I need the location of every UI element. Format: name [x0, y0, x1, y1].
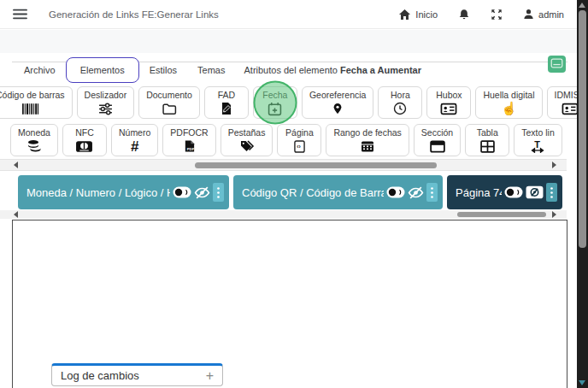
app-window: Generación de Links FE:Generar Links Ini…: [0, 0, 588, 388]
element-button-rango-de-fechas[interactable]: Rango de fechas: [326, 124, 409, 156]
element-button-moneda[interactable]: Moneda: [10, 124, 58, 156]
element-button-pdfocr[interactable]: PDFOCRPDF: [162, 124, 215, 156]
scroll-right-arrow-icon[interactable]: [552, 162, 556, 168]
hamburger-menu-icon[interactable]: [12, 8, 28, 21]
element-button-nfc[interactable]: NFC: [62, 124, 107, 156]
sliders-icon: [98, 102, 113, 116]
group-tab-label: Moneda / Numero / Lógico / Hora: [26, 186, 170, 199]
bell-icon: [458, 9, 470, 21]
element-button-pagina[interactable]: Página‹›: [277, 124, 321, 156]
green-card-icon: [550, 56, 563, 72]
notifications-button[interactable]: [458, 9, 470, 21]
element-button-label: Código de barras: [0, 90, 65, 101]
user-label: admin: [538, 9, 564, 20]
map-pin-icon: [332, 102, 344, 116]
element-button-numero[interactable]: Número#: [111, 124, 158, 156]
log-de-cambios-panel[interactable]: Log de cambios +: [51, 363, 223, 386]
element-button-fecha[interactable]: Fecha: [253, 86, 297, 119]
element-button-label: Hora: [391, 90, 410, 101]
kebab-menu-icon[interactable]: [213, 183, 224, 202]
hash-icon: #: [131, 139, 138, 154]
element-button-texto-lin[interactable]: Texto linT: [514, 124, 562, 156]
green-card-button[interactable]: [548, 56, 566, 73]
scroll-left-arrow-icon[interactable]: [14, 162, 18, 168]
element-button-georeferencia[interactable]: Georeferencia: [302, 86, 374, 119]
design-canvas[interactable]: Log de cambios +: [12, 220, 567, 388]
expand-plus-icon[interactable]: +: [206, 368, 214, 384]
barcode-icon: [21, 102, 39, 116]
home-label: Inicio: [415, 9, 438, 20]
home-icon: [398, 9, 411, 21]
user-menu[interactable]: admin: [523, 9, 564, 20]
group-tabs-scrollbar-thumb[interactable]: [457, 212, 546, 217]
element-button-label: FAD: [218, 90, 235, 101]
pdf-file-icon: PDF: [183, 139, 196, 154]
element-button-seccion[interactable]: Sección: [414, 124, 461, 156]
scroll-up-arrow-icon[interactable]: [579, 3, 585, 8]
tab-estilos[interactable]: Estilos: [139, 65, 187, 75]
element-button-label: Tabla: [477, 127, 498, 138]
eye-off-boxed-icon[interactable]: [526, 185, 544, 199]
element-button-label: Página: [285, 127, 314, 138]
fullscreen-icon: [491, 9, 503, 21]
signature-icon: [220, 102, 233, 116]
toggle-icon[interactable]: [173, 186, 191, 198]
home-button[interactable]: Inicio: [398, 9, 438, 21]
topbar-actions: Inicio admin: [398, 9, 564, 21]
tab-list: ArchivoElementosEstilosTemasAtributos de…: [14, 53, 421, 86]
header-divider-band: [0, 30, 588, 53]
section-icon: [430, 139, 445, 154]
group-tab-pagina-748[interactable]: Página 748: [447, 175, 562, 209]
element-button-label: PDFOCR: [170, 127, 208, 138]
calendar-plus-icon: [268, 102, 282, 116]
tab-archivo[interactable]: Archivo: [14, 65, 66, 75]
eye-off-icon[interactable]: [194, 185, 210, 200]
vertical-scrollbar-thumb[interactable]: [579, 10, 586, 248]
element-button-label: Deslizador: [85, 90, 127, 101]
fullscreen-button[interactable]: [491, 9, 503, 21]
scroll-right-arrow-icon[interactable]: [552, 211, 556, 218]
toggle-icon[interactable]: [504, 186, 523, 198]
element-button-pestanas[interactable]: Pestañas: [220, 124, 273, 156]
element-button-fad[interactable]: FAD: [204, 86, 249, 119]
element-button-label: Número: [119, 127, 150, 138]
element-button-hubox[interactable]: Hubox: [426, 86, 471, 119]
log-panel-label: Log de cambios: [61, 369, 139, 382]
element-button-label: Texto lin: [521, 127, 555, 138]
toggle-icon[interactable]: [386, 186, 405, 198]
element-button-tabla[interactable]: Tabla: [465, 124, 509, 156]
element-group-tabs: Moneda / Numero / Lógico / HoraCódigo QR…: [18, 175, 562, 209]
eye-off-icon[interactable]: [408, 185, 424, 200]
id-card-icon: [562, 102, 579, 116]
tab-elementos[interactable]: Elementos: [66, 57, 139, 83]
coins-icon: [26, 139, 42, 154]
calendar-range-icon: [361, 139, 374, 154]
element-button-label: Moneda: [18, 127, 50, 138]
element-button-documento[interactable]: Documento: [138, 86, 200, 119]
element-button-deslizador[interactable]: Deslizador: [77, 86, 135, 119]
element-button-label: Documento: [146, 90, 192, 101]
scroll-left-arrow-icon[interactable]: [14, 211, 18, 218]
element-button-label: Rango de fechas: [333, 127, 401, 138]
toolbar-scrollbar-thumb[interactable]: [195, 162, 437, 168]
tags-icon: [239, 139, 255, 154]
element-attributes-label: Atributos del elemento Fecha a Aumentar: [244, 65, 420, 75]
element-button-label: Georeferencia: [309, 90, 367, 101]
element-button-codigo-de-barras[interactable]: Código de barras: [0, 86, 73, 119]
tab-temas[interactable]: Temas: [187, 65, 235, 75]
element-button-hora[interactable]: Hora: [378, 86, 422, 119]
scroll-down-arrow-icon[interactable]: [579, 380, 585, 385]
group-tabs-horizontal-scrollbar[interactable]: [0, 210, 567, 219]
group-tab-codigo-qr-codigo-de-barras[interactable]: Código QR / Código de Barras: [233, 175, 443, 209]
group-tab-moneda-numero-logico-hora[interactable]: Moneda / Numero / Lógico / Hora: [18, 175, 229, 209]
pointing-hand-icon: ☝: [501, 102, 517, 116]
selected-element-name: Fecha a Aumentar: [340, 65, 421, 75]
kebab-menu-icon[interactable]: [426, 183, 438, 202]
group-tab-label: Código QR / Código de Barras: [242, 186, 384, 199]
element-button-huella-digital[interactable]: Huella digital☝: [475, 86, 542, 119]
toolbar-row: Código de barrasDeslizadorDocumentoFADFe…: [0, 86, 588, 119]
page-title: Generación de Links FE:Generar Links: [49, 9, 219, 20]
page-vertical-scrollbar[interactable]: [577, 0, 588, 388]
kebab-menu-icon[interactable]: [546, 183, 557, 202]
toolbar-horizontal-scrollbar[interactable]: [0, 159, 567, 171]
